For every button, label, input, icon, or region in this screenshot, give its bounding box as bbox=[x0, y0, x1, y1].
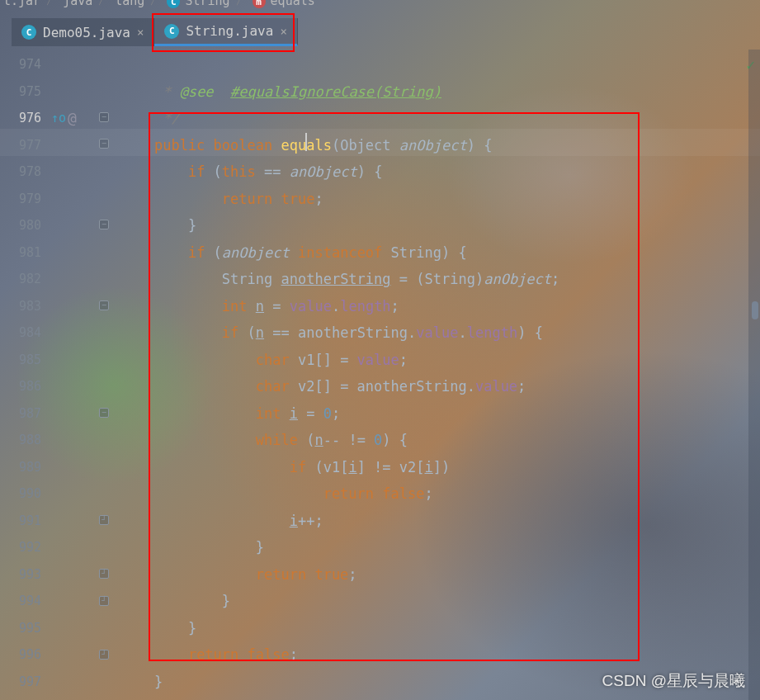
line-number[interactable]: 988 bbox=[0, 427, 48, 454]
breadcrumb-item[interactable]: equals bbox=[271, 0, 315, 8]
tab-string[interactable]: C String.java × bbox=[154, 18, 297, 46]
chevron-right-icon: 〉 bbox=[97, 0, 110, 8]
line-number[interactable]: 983 bbox=[0, 293, 48, 320]
fold-toggle[interactable]: − bbox=[99, 220, 109, 229]
breadcrumb-item[interactable]: lang bbox=[115, 0, 144, 8]
watermark-text: CSDN @星辰与晨曦 bbox=[602, 670, 745, 692]
line-number[interactable]: 985 bbox=[0, 347, 48, 374]
class-file-icon: C bbox=[164, 24, 179, 39]
line-number[interactable]: 996 bbox=[0, 641, 48, 669]
tab-label: String.java bbox=[186, 23, 273, 39]
fold-toggle[interactable]: − bbox=[99, 112, 109, 122]
line-number[interactable]: 984 bbox=[0, 319, 48, 347]
scrollbar-vertical[interactable] bbox=[748, 50, 760, 700]
class-file-icon: C bbox=[21, 25, 36, 40]
line-number[interactable]: 995 bbox=[0, 615, 48, 642]
line-number[interactable]: 976 bbox=[0, 105, 48, 132]
line-number[interactable]: 978 bbox=[0, 158, 48, 186]
line-number[interactable]: 990 bbox=[0, 480, 48, 508]
line-number[interactable]: 981 bbox=[0, 239, 48, 267]
line-number[interactable]: 991 bbox=[0, 508, 48, 535]
tab-demo05[interactable]: C Demo05.java × bbox=[12, 18, 154, 46]
line-number[interactable]: 979 bbox=[0, 186, 48, 213]
code-editor[interactable]: * @see #equalsIgnoreCase(String) */ publ… bbox=[120, 51, 755, 695]
line-number[interactable]: 993 bbox=[0, 561, 48, 589]
close-icon[interactable]: × bbox=[280, 25, 286, 38]
fold-end[interactable]: ┘ bbox=[99, 515, 109, 525]
close-icon[interactable]: × bbox=[137, 26, 144, 39]
line-number[interactable]: 997 bbox=[0, 669, 48, 696]
chevron-right-icon: 〉 bbox=[149, 0, 162, 8]
editor-tabs: C Demo05.java × C String.java × bbox=[12, 18, 298, 46]
line-number[interactable]: 994 bbox=[0, 588, 48, 615]
override-icon: ↑o bbox=[51, 111, 66, 125]
fold-end[interactable]: ┘ bbox=[99, 596, 109, 606]
chevron-right-icon: 〉 bbox=[45, 0, 58, 8]
fold-end[interactable]: ┘ bbox=[99, 569, 109, 579]
breadcrumb-item[interactable]: java bbox=[63, 0, 92, 8]
fold-end[interactable]: ┘ bbox=[99, 650, 109, 660]
fold-toggle[interactable]: − bbox=[99, 139, 109, 149]
line-number[interactable]: 992 bbox=[0, 534, 48, 561]
text-caret bbox=[305, 133, 307, 151]
fold-toggle[interactable]: − bbox=[99, 300, 109, 310]
tab-label: Demo05.java bbox=[43, 25, 130, 40]
line-number[interactable]: 986 bbox=[0, 373, 48, 400]
class-icon: C bbox=[167, 0, 180, 8]
line-number[interactable]: 982 bbox=[0, 266, 48, 293]
line-number[interactable]: 974 bbox=[0, 51, 48, 78]
chevron-right-icon: 〉 bbox=[235, 0, 248, 8]
line-number[interactable]: 975 bbox=[0, 78, 48, 106]
breadcrumb: t.jar〉 java〉 lang〉 C String〉 m equals bbox=[0, 0, 760, 8]
line-number[interactable]: 987 bbox=[0, 400, 48, 428]
scrollbar-thumb[interactable] bbox=[752, 301, 758, 319]
method-icon: m bbox=[253, 0, 266, 8]
line-number-gutter: 974 975 976 977 978 979 980 981 982 983 … bbox=[0, 51, 48, 695]
at-icon: @ bbox=[68, 109, 77, 126]
breadcrumb-item[interactable]: String bbox=[185, 0, 229, 8]
line-number[interactable]: 980 bbox=[0, 212, 48, 239]
override-marker[interactable]: ↑o @ bbox=[51, 109, 77, 126]
line-number[interactable]: 989 bbox=[0, 454, 48, 481]
breadcrumb-item[interactable]: t.jar bbox=[3, 0, 40, 8]
line-number[interactable]: 977 bbox=[0, 132, 48, 159]
fold-toggle[interactable]: − bbox=[99, 408, 109, 418]
